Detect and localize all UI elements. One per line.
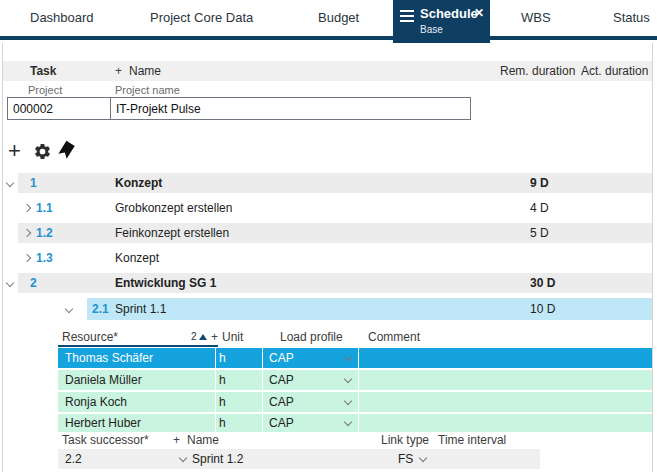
sorted-column-underline: [58, 345, 218, 347]
resource-name: Daniela Müller: [58, 370, 215, 390]
column-header-load-profile[interactable]: Load profile: [280, 329, 343, 345]
tab-dashboard[interactable]: Dashboard: [30, 0, 94, 36]
successor-table-header: Task successor* + Name Link type Time in…: [0, 433, 657, 448]
chevron-right-icon[interactable]: [23, 254, 31, 262]
resource-unit[interactable]: h: [216, 414, 262, 432]
tab-status[interactable]: Status: [613, 0, 650, 36]
resource-comment[interactable]: [359, 414, 652, 432]
resource-unit[interactable]: h: [216, 392, 262, 412]
tab-wbs[interactable]: WBS: [521, 0, 551, 36]
column-header-comment[interactable]: Comment: [368, 329, 420, 345]
task-number[interactable]: 1.3: [36, 248, 53, 268]
task-row[interactable]: 1.3 Konzept: [0, 248, 657, 268]
schedule-table-header: Task + Name Rem. duration Act. duration: [3, 61, 652, 81]
add-task-icon[interactable]: +: [8, 138, 21, 164]
load-profile-select[interactable]: CAP: [263, 370, 358, 390]
task-name: Konzept: [115, 248, 159, 268]
task-row[interactable]: 1.2 Feinkonzept erstellen 5 D: [0, 223, 657, 243]
resource-row[interactable]: Herbert Huber h CAP: [0, 414, 657, 432]
tab-schedule-label: Schedule: [420, 6, 478, 21]
task-rem-duration: 4 D: [530, 198, 549, 218]
successor-row[interactable]: 2.2 Sprint 1.2 FS: [58, 449, 540, 469]
resource-row-selected[interactable]: Thomas Schäfer h CAP: [0, 348, 657, 368]
sort-order-number: 2: [191, 329, 197, 345]
project-id-field[interactable]: [7, 97, 111, 120]
task-name: Grobkonzept erstellen: [115, 198, 232, 218]
tab-budget[interactable]: Budget: [318, 0, 359, 36]
menu-icon[interactable]: [400, 10, 414, 22]
resource-comment[interactable]: [359, 370, 652, 390]
column-header-task-successor[interactable]: Task successor*: [62, 433, 149, 448]
column-header-unit[interactable]: Unit: [222, 329, 243, 345]
tab-schedule-subtitle: Base: [420, 24, 443, 35]
successor-task-select[interactable]: 2.2: [65, 449, 82, 469]
task-name: Entwicklung SG 1: [115, 273, 216, 293]
load-profile-select[interactable]: CAP: [263, 414, 358, 432]
gear-icon[interactable]: [33, 142, 52, 165]
chevron-down-icon[interactable]: [6, 279, 14, 287]
task-rem-duration: 10 D: [530, 298, 555, 320]
chevron-down-icon[interactable]: [65, 305, 73, 313]
resource-name: Thomas Schäfer: [58, 348, 215, 368]
tab-project-core-data[interactable]: Project Core Data: [150, 0, 253, 36]
resource-unit[interactable]: h: [216, 348, 262, 368]
task-rem-duration: 5 D: [530, 223, 549, 243]
task-number[interactable]: 2.1: [92, 298, 109, 320]
schedule-window: Dashboard Project Core Data Budget WBS S…: [0, 0, 657, 472]
task-row[interactable]: 1.1 Grobkonzept erstellen 4 D: [0, 198, 657, 218]
resource-table-header: Resource* 2 + Unit Load profile Comment: [0, 329, 657, 345]
task-rem-duration: 9 D: [530, 173, 549, 193]
project-name-label: Project name: [115, 84, 180, 96]
task-number[interactable]: 1.2: [36, 223, 53, 243]
column-header-time-interval[interactable]: Time interval: [438, 433, 506, 448]
resource-unit[interactable]: h: [216, 370, 262, 390]
add-column-icon[interactable]: +: [115, 61, 122, 81]
column-header-rem-duration[interactable]: Rem. duration: [500, 61, 575, 81]
task-name: Konzept: [115, 173, 162, 193]
add-successor-icon[interactable]: +: [173, 433, 180, 448]
task-row-selected[interactable]: 2.1 Sprint 1.1 10 D: [0, 298, 657, 320]
column-header-act-duration[interactable]: Act. duration: [581, 61, 648, 81]
task-row[interactable]: 2 Entwicklung SG 1 30 D: [0, 273, 657, 293]
task-number[interactable]: 2: [30, 273, 37, 293]
column-header-name[interactable]: Name: [129, 61, 161, 81]
task-rem-duration: 30 D: [530, 273, 555, 293]
resource-comment[interactable]: [359, 392, 652, 412]
column-header-task[interactable]: Task: [30, 61, 56, 81]
bookmark-flag-icon[interactable]: [54, 139, 76, 164]
column-header-link-type[interactable]: Link type: [381, 433, 429, 448]
link-type-select[interactable]: FS: [398, 449, 413, 469]
chevron-down-icon[interactable]: [419, 454, 427, 462]
resource-row[interactable]: Ronja Koch h CAP: [0, 392, 657, 412]
chevron-down-icon[interactable]: [179, 454, 187, 462]
task-name: Sprint 1.1: [115, 298, 166, 320]
sort-ascending-icon[interactable]: [199, 334, 207, 340]
resource-name: Herbert Huber: [58, 414, 215, 432]
resource-name: Ronja Koch: [58, 392, 215, 412]
project-name-field[interactable]: [110, 97, 471, 120]
resource-comment[interactable]: [359, 348, 652, 368]
task-number[interactable]: 1: [30, 173, 37, 193]
successor-name: Sprint 1.2: [192, 449, 243, 469]
task-name: Feinkonzept erstellen: [115, 223, 229, 243]
load-profile-select[interactable]: CAP: [263, 348, 358, 368]
add-resource-icon[interactable]: +: [211, 329, 218, 345]
task-number[interactable]: 1.1: [36, 198, 53, 218]
close-icon[interactable]: ✕: [474, 6, 484, 20]
chevron-right-icon[interactable]: [23, 204, 31, 212]
project-id-label: Project: [28, 84, 62, 96]
column-header-resource[interactable]: Resource*: [62, 329, 118, 345]
task-row[interactable]: 1 Konzept 9 D: [0, 173, 657, 193]
load-profile-select[interactable]: CAP: [263, 392, 358, 412]
column-header-name[interactable]: Name: [187, 433, 219, 448]
tabbar-underline: [0, 36, 657, 40]
resource-row[interactable]: Daniela Müller h CAP: [0, 370, 657, 390]
chevron-down-icon[interactable]: [6, 179, 14, 187]
